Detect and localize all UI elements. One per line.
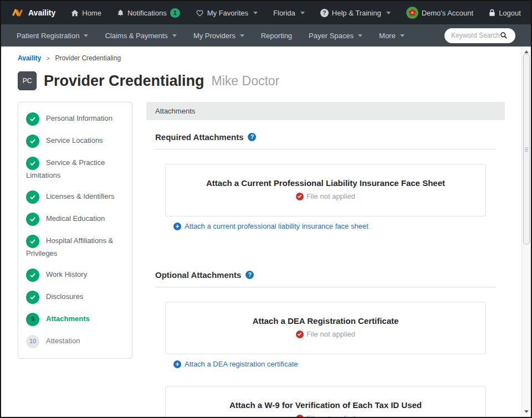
subnav-more[interactable]: More — [379, 32, 405, 40]
breadcrumb-separator: > — [47, 55, 50, 61]
subnav-patient-registration[interactable]: Patient Registration — [17, 32, 88, 40]
chevron-down-icon — [240, 34, 244, 37]
nav-notifications-label: Notifications — [127, 9, 167, 17]
vertical-scrollbar[interactable] — [521, 47, 531, 417]
nav-help-label: Help & Training — [332, 9, 381, 17]
notifications-count-badge: 1 — [170, 8, 180, 18]
question-circle-icon: ? — [320, 9, 329, 17]
attachment-card-title: Attach a DEA Registration Certificate — [177, 316, 474, 326]
step-licenses-identifiers[interactable]: Licenses & Identifiers — [26, 186, 127, 208]
step-service-practice-limitations[interactable]: Service & Practice Limitations — [26, 152, 127, 186]
file-status: File not applied — [296, 192, 355, 200]
plus-circle-icon: + — [173, 223, 181, 230]
scrollbar-thumb[interactable] — [523, 54, 530, 245]
heart-icon — [196, 9, 204, 17]
nav-region-label: Florida — [273, 9, 295, 17]
breadcrumb-current: Provider Credentialing — [55, 54, 121, 62]
attachment-card-title: Attach a W-9 for Verification of Each Ta… — [177, 400, 474, 410]
check-icon — [26, 213, 39, 226]
page-body: Availity > Provider Credentialing PC Pro… — [1, 47, 531, 418]
keyword-search — [444, 28, 515, 43]
check-icon — [26, 190, 39, 204]
subnav-label: My Providers — [193, 32, 236, 40]
subnav-label: Patient Registration — [17, 32, 79, 40]
step-number-badge: 9 — [26, 313, 39, 326]
step-service-locations[interactable]: Service Locations — [26, 130, 127, 152]
nav-region-select[interactable]: Florida — [273, 9, 305, 17]
nav-logout[interactable]: Logout — [489, 9, 521, 17]
nav-home[interactable]: Home — [71, 9, 101, 17]
plus-circle-icon: + — [173, 360, 181, 368]
step-number-badge: 10 — [26, 335, 39, 348]
nav-home-label: Home — [82, 9, 101, 17]
attachment-card-dea-certificate: Attach a DEA Registration Certificate Fi… — [165, 302, 486, 354]
search-icon[interactable] — [500, 32, 508, 39]
chevron-down-icon — [300, 12, 305, 14]
attachments-panel: Attachments Required Attachments ? Attac… — [146, 102, 505, 418]
required-attachments-section: Required Attachments ? Attach a Current … — [146, 132, 505, 230]
search-input[interactable] — [451, 32, 500, 39]
pc-app-icon: PC — [18, 71, 37, 90]
file-not-applied-icon — [296, 415, 304, 418]
step-medical-education[interactable]: Medical Education — [26, 208, 127, 230]
chevron-down-icon — [172, 34, 177, 37]
subnav-label: Reporting — [261, 32, 292, 40]
check-icon — [26, 157, 39, 170]
chevron-down-icon — [400, 34, 405, 37]
attachment-card-title: Attach a Current Professional Liability … — [177, 178, 474, 188]
step-disclosures[interactable]: Disclosures — [26, 286, 127, 308]
steps-list: Personal Information Service Locations S… — [26, 108, 127, 353]
attach-dea-certificate-link[interactable]: + Attach a DEA registration certificate — [173, 360, 486, 368]
subnav-label: Claims & Payments — [105, 32, 167, 40]
required-attachments-heading: Required Attachments — [155, 132, 243, 142]
attach-link-label: Attach a current professional liability … — [185, 222, 369, 230]
step-personal-information[interactable]: Personal Information — [26, 108, 127, 130]
page-title: Provider Credentialing — [44, 73, 204, 90]
step-attestation[interactable]: 10Attestation — [26, 331, 127, 353]
nav-account-label: Demo's Account — [422, 9, 474, 17]
check-icon — [26, 235, 39, 248]
subnav-claims-payments[interactable]: Claims & Payments — [105, 32, 176, 40]
optional-attachments-section: Optional Attachments ? Attach a DEA Regi… — [146, 270, 505, 418]
file-not-applied-icon — [296, 331, 304, 338]
help-icon[interactable]: ? — [245, 271, 254, 279]
credentialing-steps-panel: Personal Information Service Locations S… — [18, 102, 132, 359]
help-icon[interactable]: ? — [248, 133, 256, 141]
breadcrumb: Availity > Provider Credentialing — [1, 47, 521, 62]
availity-brand[interactable]: Availity — [11, 8, 55, 18]
secondary-navbar: Patient Registration Claims & Payments M… — [1, 24, 531, 47]
step-work-history[interactable]: Work History — [26, 264, 127, 286]
scrollbar-grip-icon — [525, 146, 528, 152]
subnav-reporting[interactable]: Reporting — [261, 32, 292, 40]
subnav-label: Payer Spaces — [309, 32, 354, 40]
breadcrumb-availity-link[interactable]: Availity — [18, 54, 41, 62]
subnav-my-providers[interactable]: My Providers — [193, 32, 244, 40]
attach-link-label: Attach a DEA registration certificate — [185, 360, 298, 368]
nav-help[interactable]: ? Help & Training — [320, 9, 391, 17]
file-status-label: File not applied — [306, 414, 355, 418]
nav-account[interactable]: Demo's Account — [406, 7, 474, 19]
panel-header: Attachments — [146, 102, 505, 120]
divider — [155, 287, 496, 287]
optional-attachments-heading: Optional Attachments — [155, 270, 241, 280]
page-header: PC Provider Credentialing Mike Doctor — [18, 71, 521, 90]
attach-liability-insurance-link[interactable]: + Attach a current professional liabilit… — [173, 222, 486, 230]
file-not-applied-icon — [296, 193, 304, 200]
account-avatar — [406, 7, 418, 19]
availity-logo-icon — [11, 8, 24, 18]
nav-notifications[interactable]: Notifications 1 — [117, 8, 180, 18]
bell-icon — [117, 9, 124, 17]
arrow-up-icon — [524, 50, 529, 53]
home-icon — [71, 9, 79, 17]
lock-icon — [489, 9, 495, 17]
subnav-payer-spaces[interactable]: Payer Spaces — [309, 32, 362, 40]
nav-favorites[interactable]: My Favorites — [196, 9, 258, 17]
file-status-label: File not applied — [306, 330, 355, 338]
attachment-card-w9: Attach a W-9 for Verification of Each Ta… — [165, 386, 486, 418]
step-hospital-affiliations[interactable]: Hospital Affiliations & Privileges — [26, 230, 127, 264]
scroll-down-button[interactable] — [522, 407, 531, 416]
chevron-down-icon — [84, 34, 88, 37]
check-icon — [26, 269, 39, 282]
step-attachments-active[interactable]: 9Attachments — [26, 308, 127, 331]
divider — [155, 149, 496, 149]
